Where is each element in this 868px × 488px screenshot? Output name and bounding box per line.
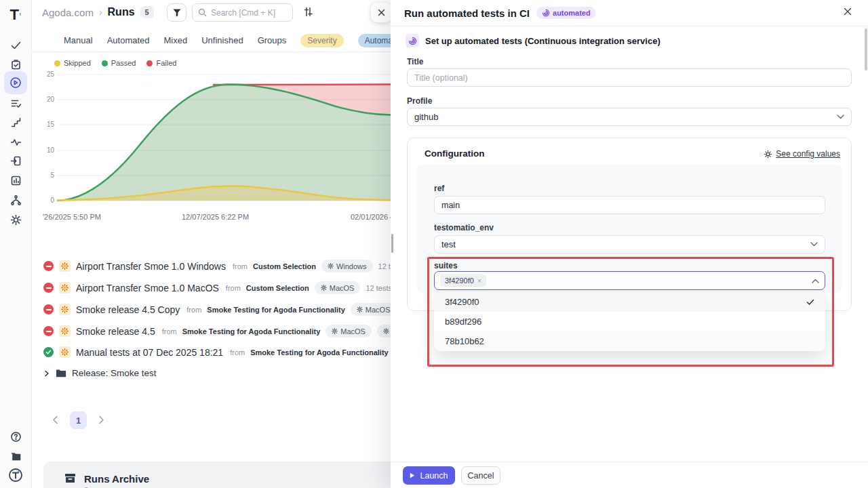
run-source: Smoke Testing for Agoda Functionality — [182, 327, 321, 336]
runs-area-chart: 25 20 15 10 5 0 — [44, 70, 391, 205]
title-input[interactable] — [407, 68, 852, 87]
run-title[interactable]: Airport Transfer Smoe 1.0 Windows — [76, 261, 226, 272]
gear-icon — [321, 285, 327, 291]
sidebar-item-import[interactable] — [4, 150, 27, 171]
tab-mixed[interactable]: Mixed — [164, 35, 188, 45]
run-title[interactable]: Manual tests at 07 Dec 2025 18:21 — [76, 347, 223, 358]
breadcrumb-page[interactable]: Runs — [108, 6, 135, 18]
sidebar-item-reports[interactable] — [4, 170, 27, 190]
suites-multiselect[interactable]: 3f4290f0 × — [434, 271, 825, 290]
automatable-filter-badge[interactable]: Automatable — [358, 34, 391, 47]
account-badge[interactable] — [4, 465, 27, 485]
legend-passed[interactable]: Passed — [102, 59, 136, 67]
gear-icon — [383, 328, 389, 334]
svg-text:5: 5 — [50, 171, 54, 179]
tests-count: 12 tests — [366, 284, 391, 292]
chevron-up-icon[interactable] — [812, 279, 819, 283]
drawer-close-button[interactable] — [844, 7, 852, 16]
play-icon — [410, 472, 415, 479]
tab-groups[interactable]: Groups — [258, 35, 287, 45]
breadcrumb-project[interactable]: Agoda.com — [42, 7, 94, 18]
sidebar-item-analytics[interactable] — [4, 131, 27, 152]
search-input[interactable] — [211, 8, 285, 18]
env-pill: MacOS — [315, 281, 361, 294]
run-row[interactable]: Smoke release 4.5 Copy from Smoke Testin… — [43, 303, 391, 316]
run-source: Smoke Testing for Agoda Functionality — [250, 348, 389, 357]
sidebar-item-branches[interactable] — [4, 190, 27, 210]
run-group-row[interactable]: Release: Smoke test — [43, 368, 157, 378]
suite-option[interactable]: 3f4290f0 — [434, 292, 825, 312]
main-scrollbar[interactable] — [391, 234, 393, 253]
runs-filter-tabs: Manual Automated Mixed Unfinished Groups… — [32, 29, 391, 52]
pagination-prev-button[interactable] — [52, 415, 58, 424]
runs-count-badge: 5 — [140, 6, 154, 18]
run-row[interactable]: Airport Transfer Smoe 1.0 Windows from C… — [43, 260, 391, 272]
view-options-button[interactable] — [302, 6, 314, 18]
pagination-page-1[interactable]: 1 — [70, 411, 87, 429]
help-button[interactable] — [4, 426, 27, 447]
tab-unfinished[interactable]: Unfinished — [201, 35, 243, 45]
cancel-button[interactable]: Cancel — [461, 466, 500, 485]
spiral-badge-icon — [406, 34, 419, 47]
funnel-icon — [172, 8, 182, 18]
ref-input[interactable] — [434, 196, 825, 214]
spark-icon — [59, 325, 71, 337]
pulse-icon — [10, 136, 22, 148]
library-button[interactable] — [4, 446, 27, 466]
tab-automated[interactable]: Automated — [107, 35, 150, 45]
chevron-down-icon — [837, 115, 844, 119]
panel-scrollbar[interactable] — [865, 28, 867, 70]
chevron-down-icon — [810, 242, 818, 247]
svg-text:20: 20 — [47, 96, 55, 103]
see-config-values-link[interactable]: See config values — [764, 149, 840, 159]
run-title[interactable]: Smoke release 4.5 — [76, 326, 155, 337]
sidebar-item-checklists[interactable] — [4, 93, 27, 113]
env-pill: Windows — [321, 260, 373, 272]
search-box[interactable] — [192, 3, 293, 22]
legend-skipped[interactable]: Skipped — [54, 59, 91, 67]
svg-text:15: 15 — [47, 121, 55, 128]
search-icon — [198, 8, 207, 17]
sidebar-item-milestones[interactable] — [4, 112, 27, 132]
suites-dropdown: 3f4290f0 b89df296 78b10b62 — [434, 292, 825, 351]
sidebar-item-tests[interactable] — [4, 35, 27, 55]
env-pill: MacOS — [326, 325, 372, 338]
spiral-icon — [542, 9, 550, 17]
check-icon — [10, 39, 22, 51]
run-row[interactable]: Smoke release 4.5 from Smoke Testing for… — [43, 325, 391, 338]
import-icon — [10, 155, 22, 167]
run-title[interactable]: Smoke release 4.5 Copy — [76, 304, 180, 315]
chart-legend: Skipped Passed Failed — [54, 59, 176, 67]
drawer-edge-close-button[interactable] — [371, 3, 391, 22]
spark-icon — [59, 346, 71, 358]
pagination-next-button[interactable] — [98, 415, 104, 424]
x-tick-center: 12/07/2025 6:22 PM — [182, 213, 249, 221]
run-row[interactable]: Airport Transfer Smoe 1.0 MacOS from Cus… — [43, 281, 391, 294]
x-tick-right: 02/01/2026 4:21 PM — [351, 213, 391, 221]
app-logo[interactable]: T' — [4, 5, 27, 25]
close-icon — [378, 9, 385, 16]
run-title[interactable]: Airport Transfer Smoe 1.0 MacOS — [76, 283, 219, 293]
legend-failed[interactable]: Failed — [146, 59, 176, 67]
remove-tag-icon[interactable]: × — [477, 277, 481, 285]
suite-option[interactable]: 78b10b62 — [434, 331, 825, 351]
ref-label: ref — [434, 184, 444, 193]
drawer-header: Run automated tests in CI automated — [391, 0, 868, 26]
sidebar: T' — [0, 0, 32, 488]
severity-filter-badge[interactable]: Severity — [300, 34, 343, 47]
testomatio-env-select[interactable]: test — [434, 235, 825, 253]
sidebar-item-settings[interactable] — [4, 209, 27, 230]
suite-option[interactable]: b89df296 — [434, 312, 825, 331]
chevron-right-icon[interactable] — [43, 370, 50, 377]
tab-manual[interactable]: Manual — [64, 35, 93, 45]
launch-button[interactable]: Launch — [403, 466, 455, 485]
sidebar-item-runs[interactable] — [4, 71, 27, 94]
runs-archive-panel[interactable]: Runs Archive 8 runs — [43, 462, 391, 488]
filter-button[interactable] — [167, 3, 186, 22]
steps-icon — [10, 117, 22, 128]
folder-icon — [56, 369, 66, 378]
run-row[interactable]: Manual tests at 07 Dec 2025 18:21 from S… — [43, 346, 391, 358]
profile-select[interactable]: github — [407, 108, 852, 126]
archive-box-icon — [64, 472, 77, 485]
group-title[interactable]: Release: Smoke test — [72, 368, 157, 378]
